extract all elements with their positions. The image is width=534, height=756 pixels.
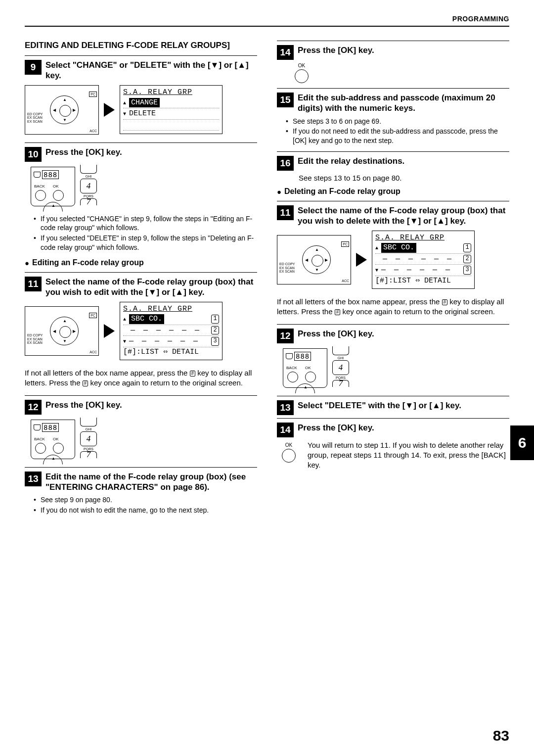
- step-14-text: Press the [OK] key.: [298, 45, 374, 55]
- step-number-11d: 11: [277, 205, 294, 220]
- lcd-footer: [#]:LIST ⇔ DETAIL: [123, 347, 219, 357]
- row-num-2: 2: [463, 255, 471, 264]
- lcd-option-delete: DELETE: [129, 109, 156, 119]
- step-11d-text: Select the name of the F-code relay grou…: [298, 205, 509, 227]
- ok-button-icon: [282, 449, 296, 463]
- step-number-9: 9: [25, 60, 42, 75]
- keypad-column: GHI 4 PQRS 7: [332, 346, 349, 388]
- key-7: 7: [332, 380, 349, 387]
- up-triangle-icon: [123, 314, 126, 324]
- chapter-tab: 6: [510, 425, 534, 460]
- hash-key-icon: #: [442, 299, 448, 305]
- ok-label: OK: [292, 63, 312, 68]
- keypad-column: GHI 4 PQRS 7: [80, 418, 97, 459]
- down-triangle-icon: [123, 109, 126, 119]
- editing-heading: Editing an F-code relay group: [25, 258, 257, 267]
- lcd-title: S.A. RELAY GRP: [123, 88, 219, 97]
- control-panel-diagram: PC ▲▼ ◀▶ ED COPY EX SCAN EX SCAN ACC: [25, 85, 99, 135]
- lcd-title: S.A. RELAY GRP: [123, 304, 219, 314]
- ok-button-icon: [53, 443, 64, 454]
- step-12-text: Press the [OK] key.: [45, 400, 122, 410]
- step-12-delete: 12 Press the [OK] key.: [277, 324, 509, 343]
- ok-label: OK: [53, 437, 59, 441]
- step-number-16: 16: [277, 156, 294, 171]
- step-number-13d: 13: [277, 400, 294, 415]
- key-top-partial: [80, 165, 97, 174]
- lcd-row-2: ― ― ― ― ― ―: [383, 254, 453, 264]
- ok-panel-diagram: 888 BACK OK GHI 4 PQRS 7: [283, 346, 369, 391]
- hash-key-icon: #: [83, 380, 89, 386]
- hash-key-icon: #: [190, 371, 196, 377]
- acc-label: ACC: [342, 279, 349, 283]
- ghi-label: GHI: [80, 427, 97, 431]
- panel-side-labels: ED COPY EX SCAN EX SCAN: [27, 112, 43, 124]
- ok-label: OK: [282, 442, 296, 448]
- row-num-3: 3: [463, 266, 471, 275]
- ok-button-icon: [295, 69, 309, 83]
- final-note: You will return to step 11. If you wish …: [308, 440, 509, 471]
- step-14d-text: Press the [OK] key.: [298, 423, 374, 433]
- pc-label: PC: [341, 241, 349, 247]
- left-column: EDITING AND DELETING F-CODE RELAY GROUPS…: [25, 41, 257, 521]
- lcd-title: S.A. RELAY GRP: [375, 233, 471, 243]
- up-triangle-icon: [123, 98, 126, 108]
- key-4: 4: [80, 179, 97, 193]
- back-button-icon: [287, 372, 298, 382]
- up-triangle-icon: [375, 243, 378, 253]
- acc-label: ACC: [89, 350, 97, 354]
- ok-label: OK: [53, 184, 59, 189]
- lcd-display-step11: S.A. RELAY GRP SBC CO.1 ― ― ― ― ― ―2 ― ―…: [120, 302, 222, 361]
- step-number-12d: 12: [277, 329, 294, 343]
- back-button-icon: [35, 190, 46, 201]
- ok-button-diagram: OK: [282, 442, 296, 463]
- page-number: 83: [493, 727, 509, 744]
- ok-button-icon: [53, 190, 64, 201]
- step-13-text: Edit the name of the F-code relay group …: [45, 472, 257, 493]
- right-column: 14 Press the [OK] key. OK 15 Edit the su…: [277, 41, 509, 521]
- arrow-icon: [356, 253, 367, 267]
- control-panel-diagram: PC ▲▼ ◀▶ ED COPY EX SCAN EX SCAN ACC: [277, 235, 351, 284]
- key-7: 7: [80, 451, 97, 458]
- step-16: 16 Edit the relay destinations.: [277, 151, 509, 171]
- lcd-row-2: ― ― ― ― ― ―: [131, 326, 201, 335]
- row-num-1: 1: [211, 315, 219, 324]
- row-num-1: 1: [463, 243, 471, 252]
- acc-label: ACC: [89, 129, 97, 133]
- step-14: 14 Press the [OK] key.: [277, 41, 509, 60]
- keypad-column: GHI 4 PQRS 7: [80, 165, 97, 206]
- digit-display: 888: [294, 352, 311, 361]
- step-13: 13 Edit the name of the F-code relay gro…: [25, 467, 257, 493]
- ok-panel-diagram: 888 BACK OK GHI 4 PQRS 7: [31, 418, 117, 462]
- step-number-14d: 14: [277, 423, 294, 437]
- ok-button-diagram: OK: [292, 63, 312, 83]
- back-button-icon: [35, 443, 46, 454]
- step-11: 11 Select the name of the F-code relay g…: [25, 272, 257, 298]
- back-label: BACK: [34, 437, 45, 441]
- down-triangle-icon: [375, 265, 378, 275]
- note: See steps 3 to 6 on page 69.: [288, 117, 509, 126]
- back-label: BACK: [286, 366, 297, 370]
- pc-label: PC: [89, 92, 97, 97]
- header-rule: [25, 26, 509, 27]
- digit-display: 888: [42, 170, 59, 179]
- lcd-row-3: ― ― ― ― ― ―: [129, 336, 200, 346]
- note: If you selected "DELETE" in step 9, foll…: [36, 234, 257, 252]
- step-number-15: 15: [277, 93, 294, 107]
- panel-side-labels: ED COPY EX SCAN EX SCAN: [279, 262, 295, 274]
- step-14-delete: 14 Press the [OK] key.: [277, 418, 509, 437]
- lcd-row-1: SBC CO.: [381, 243, 416, 253]
- step-12: 12 Press the [OK] key.: [25, 395, 257, 415]
- control-panel-diagram: PC ▲▼ ◀▶ ED COPY EX SCAN EX SCAN ACC: [25, 306, 99, 356]
- step-9: 9 Select "CHANGE" or "DELETE" with the […: [25, 55, 257, 81]
- step-number-10: 10: [25, 147, 42, 162]
- step-11-delete: 11 Select the name of the F-code relay g…: [277, 201, 509, 227]
- ghi-label: GHI: [332, 356, 349, 360]
- note: If you do not need to edit the sub-addre…: [288, 127, 509, 145]
- note: If you selected "CHANGE" in step 9, foll…: [36, 214, 257, 233]
- down-triangle-icon: [123, 336, 126, 346]
- step13-notes: See step 9 on page 80. If you do not wis…: [25, 495, 257, 515]
- step11-note: If not all letters of the box name appea…: [25, 368, 257, 388]
- arrow-icon: [104, 103, 115, 117]
- step9-illustration: PC ▲▼ ◀▶ ED COPY EX SCAN EX SCAN ACC S.A…: [25, 85, 257, 135]
- step-number-11: 11: [25, 277, 42, 291]
